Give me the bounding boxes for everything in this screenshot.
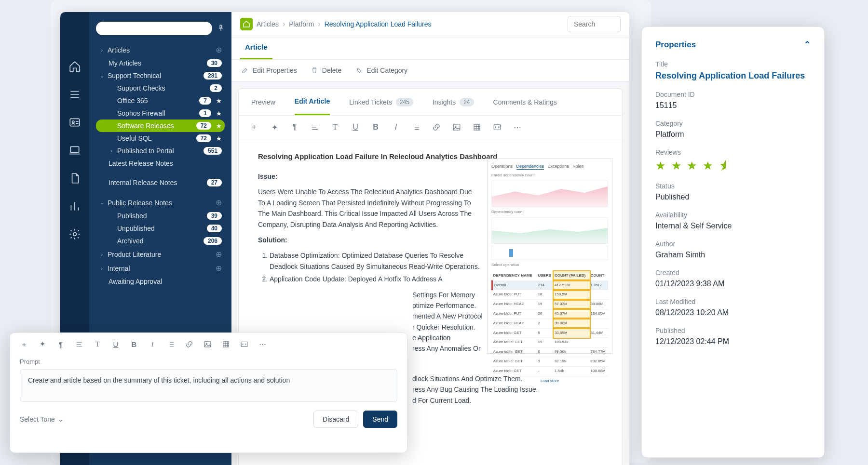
prop-title: Resolving Application Load Failures xyxy=(655,71,811,81)
tab-article[interactable]: Article xyxy=(240,36,272,59)
tab-linked-tickets[interactable]: Linked Tickets245 xyxy=(349,89,413,115)
svg-rect-8 xyxy=(494,125,501,130)
prop-published: 12/12/2023 02:44 PM xyxy=(655,337,811,346)
select-tone-dropdown[interactable]: Select Tone⌄ xyxy=(20,415,64,423)
list-icon[interactable] xyxy=(411,122,421,132)
tree-public-release[interactable]: ⌄Public Release Notes⊕ xyxy=(96,196,225,210)
prop-author: Graham Simth xyxy=(655,251,811,259)
star-icon[interactable]: ★ xyxy=(216,97,222,105)
tree-published[interactable]: Published39 xyxy=(96,210,225,222)
home-button[interactable] xyxy=(240,18,253,30)
tree-unpublished[interactable]: Unpublished40 xyxy=(96,222,225,235)
tree-internal[interactable]: ›Internal⊕ xyxy=(96,261,225,275)
bold-icon[interactable]: B xyxy=(371,122,380,132)
code-icon[interactable] xyxy=(492,122,502,132)
text-icon[interactable]: T xyxy=(330,122,340,132)
tree-support-checks[interactable]: Support Checks2 xyxy=(96,82,225,94)
star-icon[interactable]: ★ xyxy=(216,122,222,130)
prop-availability: Internal & Self Service xyxy=(655,222,811,230)
prop-reviews: ★ ★ ★ ★ ⯨ xyxy=(655,159,811,173)
tree-latest-release[interactable]: Latest Release Notes xyxy=(96,157,225,170)
bold-icon[interactable]: B xyxy=(130,340,138,348)
plus-icon[interactable]: ⊕ xyxy=(216,250,222,259)
tree-search-input[interactable] xyxy=(96,22,212,35)
tree-published-portal[interactable]: ›Published to Portal551 xyxy=(96,145,225,157)
sparkle-icon[interactable]: ✦ xyxy=(270,122,279,132)
tree-awaiting[interactable]: Awaiting Approval xyxy=(96,275,225,288)
table-icon[interactable] xyxy=(472,122,482,132)
underline-icon[interactable]: U xyxy=(111,340,120,348)
laptop-icon[interactable] xyxy=(68,144,81,157)
align-icon[interactable] xyxy=(75,340,83,348)
more-icon[interactable]: ⋯ xyxy=(258,340,267,348)
tree-product-lit[interactable]: ›Product Literature⊕ xyxy=(96,247,225,261)
paragraph-icon[interactable]: ¶ xyxy=(290,122,299,132)
edit-properties-button[interactable]: Edit Properties xyxy=(241,66,297,74)
tab-comments[interactable]: Comments & Ratings xyxy=(493,89,557,115)
tree-internal-release[interactable]: Internal Release Notes27 xyxy=(96,176,225,189)
pin-icon[interactable] xyxy=(217,24,225,33)
tab-preview[interactable]: Preview xyxy=(251,89,275,115)
italic-icon[interactable]: I xyxy=(391,122,401,132)
image-icon[interactable] xyxy=(452,122,461,132)
tab-insights[interactable]: Insights24 xyxy=(433,89,474,115)
prompt-toolbar: + ✦ ¶ T U B I ⋯ xyxy=(20,340,397,353)
star-icon[interactable]: ★ xyxy=(216,135,222,142)
chart-icon[interactable] xyxy=(68,200,81,213)
list-icon[interactable] xyxy=(166,340,175,348)
text-icon[interactable]: T xyxy=(93,340,102,348)
italic-icon[interactable]: I xyxy=(148,340,157,348)
paragraph-icon[interactable]: ¶ xyxy=(56,340,65,348)
gear-icon[interactable] xyxy=(68,228,81,240)
add-icon[interactable]: + xyxy=(249,122,259,132)
chevron-up-icon[interactable]: ⌃ xyxy=(804,40,811,50)
tree-software-releases[interactable]: Software Releases72★ xyxy=(96,120,225,132)
plus-icon[interactable]: ⊕ xyxy=(216,264,222,273)
tree-my-articles[interactable]: My Articles30 xyxy=(96,57,225,69)
svg-rect-2 xyxy=(70,146,79,152)
link-icon[interactable] xyxy=(432,122,441,132)
send-button[interactable]: Send xyxy=(363,411,397,428)
tree-archived[interactable]: Archived206 xyxy=(96,235,225,247)
editor-toolbar: + ✦ ¶ T U B I ⋯ xyxy=(239,116,622,139)
prop-category: Platform xyxy=(655,130,811,139)
underline-icon[interactable]: U xyxy=(351,122,360,132)
document-icon[interactable] xyxy=(68,172,81,185)
tree-sophos[interactable]: Sophos Firewall1★ xyxy=(96,107,225,120)
align-icon[interactable] xyxy=(310,122,320,132)
tree-support-technical[interactable]: ⌄Support Technical281 xyxy=(96,69,225,82)
prompt-input[interactable]: Create and article based on the summary … xyxy=(20,369,397,402)
crumb-platform[interactable]: Platform xyxy=(289,20,314,28)
crumb-articles[interactable]: Articles xyxy=(257,20,279,28)
properties-header[interactable]: Properties ⌃ xyxy=(655,40,811,50)
tree-articles[interactable]: ›Articles⊕ xyxy=(96,43,225,57)
edit-category-button[interactable]: Edit Category xyxy=(355,66,407,74)
svg-rect-0 xyxy=(70,119,80,126)
plus-icon[interactable]: ⊕ xyxy=(216,45,222,54)
svg-rect-5 xyxy=(453,124,460,130)
link-icon[interactable] xyxy=(185,340,193,348)
home-icon[interactable] xyxy=(68,60,81,73)
chart-thumbnail: Operations Dependencies Exceptions Roles… xyxy=(487,159,612,354)
tab-edit-article[interactable]: Edit Article xyxy=(295,89,330,115)
tree-useful-sql[interactable]: Useful SQL72★ xyxy=(96,132,225,145)
plus-icon[interactable]: ⊕ xyxy=(216,198,222,207)
discard-button[interactable]: Disacard xyxy=(313,411,358,428)
more-icon[interactable]: ⋯ xyxy=(513,122,522,132)
tree-office365[interactable]: Office 3657★ xyxy=(96,94,225,107)
sparkle-icon[interactable]: ✦ xyxy=(38,340,47,348)
topbar: Articles › Platform › Resolving Applicat… xyxy=(231,12,629,36)
id-card-icon[interactable] xyxy=(68,116,81,129)
table-icon[interactable] xyxy=(221,340,230,348)
menu-icon[interactable] xyxy=(68,88,81,101)
dependency-table: DEPENDENCY NAMEUSERSCOUNT (FAILED)COUNT … xyxy=(491,271,608,376)
add-icon[interactable]: + xyxy=(20,340,28,348)
star-icon[interactable]: ★ xyxy=(216,110,222,117)
image-icon[interactable] xyxy=(203,340,212,348)
editor-tabs: Preview Edit Article Linked Tickets245 I… xyxy=(239,89,622,116)
prop-modified: 08/12/2023 10:20 AM xyxy=(655,308,811,317)
delete-button[interactable]: Delete xyxy=(311,66,341,74)
prop-status: Published xyxy=(655,193,811,201)
search-input[interactable] xyxy=(568,16,621,32)
code-icon[interactable] xyxy=(240,340,248,348)
